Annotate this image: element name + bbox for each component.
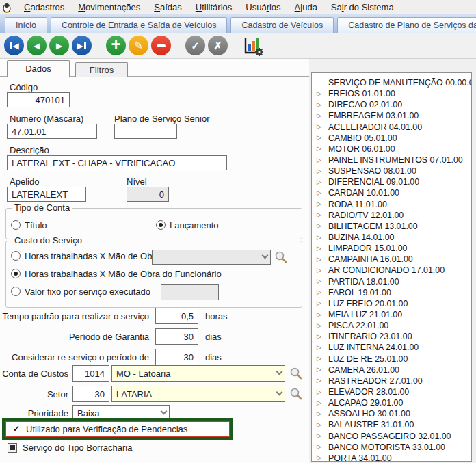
plano-senior-input[interactable] (114, 124, 177, 139)
horas-mao-de-obra-radio[interactable] (11, 251, 21, 261)
menu-item-movimentacoes[interactable]: Movimentações (71, 1, 147, 14)
reservico-input[interactable]: 30 (155, 349, 198, 365)
horas-funcionario-radio[interactable] (11, 269, 21, 278)
tree-item-balaustre-31-01-00[interactable]: ▷BALAUSTRE 31.01.00 (317, 419, 471, 430)
expand-triangle-icon[interactable]: ▷ (317, 323, 327, 329)
tree-item-bilhetagem-13-01-00[interactable]: ▷BILHETAGEM 13.01.00 (317, 221, 471, 232)
tab-filtros[interactable]: Filtros (75, 62, 128, 77)
expand-triangle-icon[interactable]: ▷ (317, 91, 327, 97)
tab-cadastro-de-plano-de-servicos-da-oficina[interactable]: Cadastro de Plano de Serviços da Oficina… (337, 17, 476, 33)
menu-item-usuarios[interactable]: Usuários (239, 1, 287, 14)
expand-triangle-icon[interactable]: ▷ (317, 201, 327, 207)
report-chart-gear-icon[interactable] (243, 36, 263, 56)
menu-item-ajuda[interactable]: Ajuda (288, 1, 324, 14)
tree-item-luz-interna-24-01-00[interactable]: ▷LUZ INTERNA 24.01.00 (317, 342, 471, 353)
expand-triangle-icon[interactable]: ▷ (317, 179, 327, 185)
lancamento-radio[interactable] (156, 220, 166, 230)
tree-item-buzina-14-01-00[interactable]: ▷BUZINA 14.01.00 (317, 232, 471, 243)
tree-item-freios-01-01-00[interactable]: ▷FREIOS 01.01.00 (317, 88, 471, 99)
menu-item-saidas[interactable]: Saídas (147, 1, 188, 14)
tree-item-servico-de-manutencao-00-00-01[interactable]: SERVIÇO DE MANUTENÇÃO 00.00.01 (317, 77, 471, 88)
tree-item-luz-de-re-25-01-00[interactable]: ▷LUZ DE RE 25.01.00 (317, 354, 471, 365)
delete-button[interactable] (151, 36, 171, 55)
expand-triangle-icon[interactable]: ▷ (317, 256, 327, 263)
tree-item-embreagem-03-01-00[interactable]: ▷EMBREAGEM 03.01.00 (317, 110, 471, 121)
confirm-button[interactable]: ✓ (185, 36, 205, 55)
edit-button[interactable]: ✎ (129, 36, 148, 55)
setor-combo[interactable]: LATARIA (111, 386, 285, 402)
descricao-input[interactable]: LATERAL EXT - CHAPA - VERIFICACAO (7, 155, 227, 170)
expand-triangle-icon[interactable]: ▷ (317, 124, 327, 130)
tree-item-elevador-28-01-00[interactable]: ▷ELEVADOR 28.01.00 (317, 386, 471, 397)
expand-triangle-icon[interactable]: ▷ (317, 334, 327, 340)
borracharia-checkbox[interactable] (8, 443, 17, 453)
tree-item-diferencial-09-01-00[interactable]: ▷DIFERENCIAL 09.01.00 (317, 176, 471, 187)
tree-item-roda-11-01-00[interactable]: ▷RODA 11.01.00 (317, 199, 471, 210)
menu-item-utilitarios[interactable]: Utilitários (189, 1, 239, 14)
expand-triangle-icon[interactable]: ▷ (317, 356, 327, 362)
expand-triangle-icon[interactable]: ▷ (317, 378, 327, 384)
expand-triangle-icon[interactable]: ▷ (317, 300, 327, 306)
expand-triangle-icon[interactable]: ▷ (317, 345, 327, 351)
expand-triangle-icon[interactable]: ▷ (317, 433, 327, 439)
tree-item-banco-passageiro-32-01-00[interactable]: ▷BANCO PASSAGEIRO 32.01.00 (317, 431, 471, 442)
tempo-padrao-input[interactable]: 0,5 (155, 308, 198, 324)
tree-item-farol-19-01-00[interactable]: ▷FAROL 19.01.00 (317, 287, 471, 298)
expand-triangle-icon[interactable]: ▷ (317, 135, 327, 141)
valor-fixo-radio[interactable] (11, 287, 21, 296)
next-record-button[interactable]: ▶ (49, 36, 69, 55)
garantia-input[interactable]: 30 (155, 328, 198, 345)
menu-item-cadastros[interactable]: Cadastros (17, 1, 71, 14)
tree-item-cardan-10-01-00[interactable]: ▷CARDAN 10.01.00 (317, 187, 471, 198)
tree-item-rastreador-27-01-00[interactable]: ▷RASTREADOR 27.01.00 (317, 375, 471, 386)
expand-triangle-icon[interactable]: ▷ (317, 367, 327, 373)
tree-item-assoalho-30-01-00[interactable]: ▷ASSOALHO 30.01.00 (317, 408, 471, 419)
codigo-input[interactable]: 470101 (7, 92, 70, 107)
titulo-radio[interactable] (11, 220, 21, 230)
tab-dados[interactable]: Dados (7, 60, 70, 77)
tree-item-painel-instrumentos-07-01-00[interactable]: ▷PAINEL INSTRUMENTOS 07.01.00 (317, 155, 471, 166)
search-icon[interactable] (289, 387, 303, 401)
previous-record-button[interactable]: ◀ (27, 36, 47, 55)
tree-item-acelerador-04-01-00[interactable]: ▷ACELERADOR 04.01.00 (317, 122, 471, 133)
expand-triangle-icon[interactable]: ▷ (317, 289, 327, 295)
tree-item-campainha-16-01-00[interactable]: ▷CAMPAINHA 16.01.00 (317, 254, 471, 265)
tree-item-porta-34-01-00[interactable]: ▷PORTA 34.01.00 (317, 453, 471, 462)
setor-code-input[interactable]: 30 (72, 386, 109, 402)
expand-triangle-icon[interactable]: ▷ (317, 455, 327, 461)
conta-custos-combo[interactable]: MO - Latoaria (111, 365, 285, 382)
expand-triangle-icon[interactable]: ▷ (317, 278, 327, 285)
conta-custos-code-input[interactable]: 1014 (72, 365, 109, 382)
tree-item-ar-condicionado-17-01-00[interactable]: ▷AR CONDICIONADO 17.01.00 (317, 265, 471, 276)
expand-triangle-icon[interactable]: ▷ (317, 267, 327, 274)
tree-item-alcapao-29-01-00[interactable]: ▷ALCAPAO 29.01.00 (317, 397, 471, 408)
search-icon[interactable] (274, 250, 288, 264)
expand-triangle-icon[interactable]: ▷ (317, 411, 327, 417)
add-button[interactable]: + (106, 36, 126, 55)
tree-item-banco-motorista-33-01-00[interactable]: ▷BANCO MOTORISTA 33.01.00 (317, 442, 471, 453)
expand-triangle-icon[interactable]: ▷ (317, 102, 327, 108)
tree-item-radio-tv-12-01-00[interactable]: ▷RADIO/TV 12.01.00 (317, 210, 471, 221)
last-record-button[interactable]: ▶ (72, 36, 92, 55)
expand-triangle-icon[interactable]: ▷ (317, 246, 327, 252)
expand-triangle-icon[interactable]: ▷ (317, 212, 327, 218)
tab-inicio[interactable]: Início (5, 17, 47, 33)
tree-item-cambio-05-01-00[interactable]: ▷CAMBIO 05.01.00 (317, 133, 471, 144)
expand-triangle-icon[interactable]: ▷ (317, 400, 327, 406)
apelido-input[interactable]: LATERALEXT (7, 187, 86, 202)
expand-triangle-icon[interactable]: ▷ (317, 157, 327, 163)
tree-item-luz-freio-20-01-00[interactable]: ▷LUZ FREIO 20.01.00 (317, 298, 471, 309)
tree-item-motor-06-01-00[interactable]: ▷MOTOR 06.01.00 (317, 144, 471, 155)
tree-item-meia-luz-21-01-00[interactable]: ▷MEIA LUZ 21.01.00 (317, 309, 471, 320)
tree-item-pisca-22-01-00[interactable]: ▷PISCA 22.01.00 (317, 320, 471, 331)
search-icon[interactable] (289, 367, 303, 380)
expand-triangle-icon[interactable]: ▷ (317, 223, 327, 229)
expand-triangle-icon[interactable]: ▷ (317, 190, 327, 196)
tree-item-suspensao-08-01-00[interactable]: ▷SUSPENSAO 08.01.00 (317, 166, 471, 176)
tree-item-direcao-02-01-00[interactable]: ▷DIRECAO 02.01.00 (317, 99, 471, 110)
tree-item-camera-26-01-00[interactable]: ▷CAMERA 26.01.00 (317, 365, 471, 375)
tab-cadastro-de-veiculos[interactable]: Cadastro de Veículos (230, 17, 334, 33)
expand-triangle-icon[interactable]: ▷ (317, 168, 327, 174)
pendencias-checkbox[interactable]: ✓ (12, 425, 21, 434)
tab-controle-de-entrada-e-saida-de-veiculos[interactable]: Controle de Entrada e Saída de Veículos (51, 17, 228, 33)
